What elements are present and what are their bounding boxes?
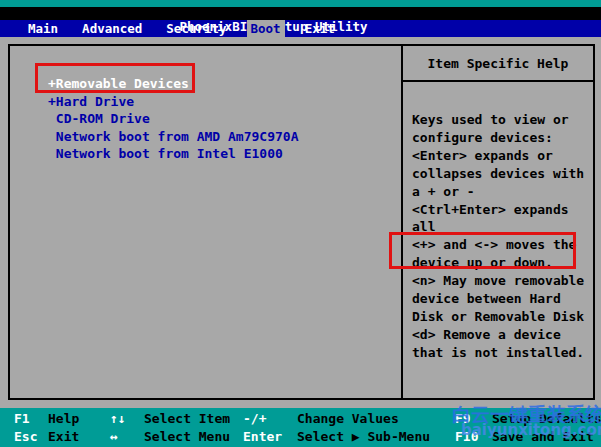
legend-select-item: ↑↓Select Item <box>110 410 243 428</box>
boot-item-removable-devices[interactable]: +Removable Devices <box>48 75 401 93</box>
tab-boot[interactable]: Boot <box>247 20 285 37</box>
legend-f9-setup-defaults: F9Setup Defaults <box>455 410 601 428</box>
boot-item-cdrom-drive[interactable]: CD-ROM Drive <box>48 110 401 128</box>
help-line: device between Hard <box>412 290 593 308</box>
key-f10: F10 <box>455 428 492 446</box>
legend-esc-exit: EscExit <box>0 428 110 446</box>
bios-screen: PhoenixBIOS Setup Utility Main Advanced … <box>0 0 601 447</box>
legend-select-menu: ↔Select Menu <box>110 428 243 446</box>
key-f9: F9 <box>455 410 492 428</box>
key-legend-bar: F1Help ↑↓Select Item -/+Change Values F9… <box>0 408 601 447</box>
help-line: Disk or Removable Disk <box>412 308 593 326</box>
boot-item-network-intel[interactable]: Network boot from Intel E1000 <box>48 145 401 163</box>
key-leftright-arrows: ↔ <box>110 428 144 446</box>
boot-device-list: +Removable Devices +Hard Drive CD-ROM Dr… <box>10 46 403 398</box>
top-teal-strip <box>0 0 601 7</box>
legend-f1-help: F1Help <box>0 410 110 428</box>
help-line: all <box>412 218 593 236</box>
key-f1: F1 <box>14 410 48 428</box>
boot-item-network-amd[interactable]: Network boot from AMD Am79C970A <box>48 128 401 146</box>
legend-change-values: -/+Change Values <box>243 410 455 428</box>
help-line: <Enter> expands or <box>412 147 593 165</box>
legend-enter-submenu: EnterSelect ▶ Sub-Menu <box>243 428 455 446</box>
tab-exit[interactable]: Exit <box>301 20 339 37</box>
menu-bar: Main Advanced Security Boot Exit <box>0 20 601 37</box>
help-line: configure devices: <box>412 129 593 147</box>
help-line: that is not installed. <box>412 344 593 362</box>
tab-advanced[interactable]: Advanced <box>78 20 146 37</box>
title-bar: PhoenixBIOS Setup Utility <box>0 7 601 20</box>
help-panel-body: Keys used to view or configure devices: … <box>403 82 593 362</box>
help-line-move-keys: device up or down. <box>412 254 593 272</box>
help-line: Keys used to view or <box>412 111 593 129</box>
boot-item-hard-drive[interactable]: +Hard Drive <box>48 93 401 111</box>
tab-main[interactable]: Main <box>24 20 62 37</box>
help-line: <n> May move removable <box>412 272 593 290</box>
help-line-move-keys: <+> and <-> moves the <box>412 236 593 254</box>
help-line: collapses devices with <box>412 165 593 183</box>
main-content-box: +Removable Devices +Hard Drive CD-ROM Dr… <box>8 44 595 400</box>
legend-f10-save-exit: F10Save and Exit <box>455 428 601 446</box>
tab-security[interactable]: Security <box>162 20 230 37</box>
help-line: <Ctrl+Enter> expands <box>412 201 593 219</box>
help-panel-title: Item Specific Help <box>403 46 593 82</box>
help-line: <d> Remove a device <box>412 326 593 344</box>
key-enter: Enter <box>243 428 297 446</box>
help-line: a + or - <box>412 183 593 201</box>
help-panel: Item Specific Help Keys used to view or … <box>403 46 593 398</box>
key-minus-plus: -/+ <box>243 410 297 428</box>
key-updown-arrows: ↑↓ <box>110 410 144 428</box>
key-esc: Esc <box>14 428 48 446</box>
